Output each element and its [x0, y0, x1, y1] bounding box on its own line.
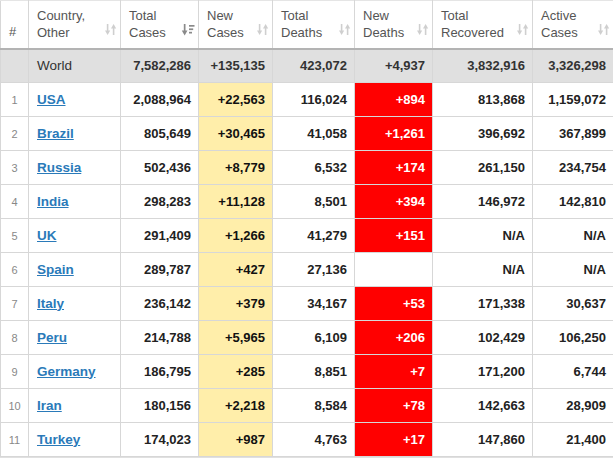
cell-total_deaths: 116,024	[273, 83, 355, 117]
cell-total_recovered: 146,972	[433, 185, 533, 219]
table-row: 11Turkey174,023+9874,763+17147,86021,400	[1, 423, 613, 457]
column-header-label: Total Cases	[129, 8, 166, 40]
cell-total_cases: 298,283	[121, 185, 199, 219]
column-header-label: Total Recovered	[441, 8, 504, 40]
column-header-total_recovered[interactable]: Total Recovered	[433, 1, 533, 49]
cell-new_cases: +1,266	[199, 219, 273, 253]
cell-total_deaths: 423,072	[273, 49, 355, 83]
cell-total_recovered: 261,150	[433, 151, 533, 185]
cell-new_deaths: +4,937	[355, 49, 433, 83]
cell-active_cases: 142,810	[533, 185, 613, 219]
sort-icon	[416, 23, 429, 40]
column-header-new_deaths[interactable]: New Deaths	[355, 1, 433, 49]
world-row: World7,582,286+135,135423,072+4,9373,832…	[1, 49, 613, 83]
cell-active_cases: 106,250	[533, 321, 613, 355]
column-header-label: Active Cases	[541, 8, 578, 40]
cell-total_recovered: 142,663	[433, 389, 533, 423]
cell-total_recovered: 171,338	[433, 287, 533, 321]
cell-total_deaths: 34,167	[273, 287, 355, 321]
column-header-total_deaths[interactable]: Total Deaths	[273, 1, 355, 49]
cell-total_cases: 502,436	[121, 151, 199, 185]
cell-active_cases: 1,159,072	[533, 83, 613, 117]
cell-active_cases: 234,754	[533, 151, 613, 185]
country-link[interactable]: India	[37, 194, 69, 209]
cell-country: World	[29, 49, 121, 83]
cell-country: Russia	[29, 151, 121, 185]
cell-rank: 10	[1, 389, 29, 423]
cell-rank: 2	[1, 117, 29, 151]
cell-country: India	[29, 185, 121, 219]
column-header-label: Total Deaths	[281, 8, 322, 40]
cell-new_deaths: +174	[355, 151, 433, 185]
country-link[interactable]: Italy	[37, 296, 64, 311]
column-header-active_cases[interactable]: Active Cases	[533, 1, 613, 49]
table-row: 1USA2,088,964+22,563116,024+894813,8681,…	[1, 83, 613, 117]
cell-rank: 6	[1, 253, 29, 287]
cell-rank: 9	[1, 355, 29, 389]
cell-new_cases: +2,218	[199, 389, 273, 423]
cell-active_cases: N/A	[533, 219, 613, 253]
cell-total_deaths: 41,058	[273, 117, 355, 151]
sort-icon	[256, 23, 269, 40]
country-link[interactable]: Turkey	[37, 432, 80, 447]
cell-new_cases: +135,135	[199, 49, 273, 83]
column-header-total_cases[interactable]: Total Cases	[121, 1, 199, 49]
cell-country: UK	[29, 219, 121, 253]
cell-rank: 1	[1, 83, 29, 117]
table-header: #Country, OtherTotal CasesNew CasesTotal…	[1, 1, 613, 49]
column-header-label: #	[9, 24, 16, 39]
cell-new_cases: +30,465	[199, 117, 273, 151]
cell-rank: 8	[1, 321, 29, 355]
country-link[interactable]: Spain	[37, 262, 74, 277]
cell-new_deaths: +151	[355, 219, 433, 253]
cell-rank	[1, 49, 29, 83]
cell-country: Spain	[29, 253, 121, 287]
sort-icon	[104, 23, 117, 40]
table-row: 6Spain289,787+42727,136N/AN/A	[1, 253, 613, 287]
cell-total_recovered: 147,860	[433, 423, 533, 457]
table-row: 7Italy236,142+37934,167+53171,33830,637	[1, 287, 613, 321]
sort-icon	[338, 23, 351, 40]
country-link[interactable]: Iran	[37, 398, 62, 413]
column-header-label: Country, Other	[37, 8, 85, 40]
cell-active_cases: 6,744	[533, 355, 613, 389]
country-link[interactable]: Germany	[37, 364, 96, 379]
cell-country: Italy	[29, 287, 121, 321]
cell-total_deaths: 8,584	[273, 389, 355, 423]
table-row: 10Iran180,156+2,2188,584+78142,66328,909	[1, 389, 613, 423]
country-link[interactable]: UK	[37, 228, 57, 243]
cell-total_deaths: 8,851	[273, 355, 355, 389]
table-row: 8Peru214,788+5,9656,109+206102,429106,25…	[1, 321, 613, 355]
cell-active_cases: 367,899	[533, 117, 613, 151]
country-link[interactable]: Peru	[37, 330, 67, 345]
cell-total_recovered: N/A	[433, 253, 533, 287]
cell-new_deaths: +394	[355, 185, 433, 219]
sort-icon	[597, 23, 610, 40]
cell-total_recovered: 396,692	[433, 117, 533, 151]
cell-total_deaths: 41,279	[273, 219, 355, 253]
cell-total_cases: 289,787	[121, 253, 199, 287]
table-body: World7,582,286+135,135423,072+4,9373,832…	[1, 49, 613, 457]
country-link[interactable]: USA	[37, 92, 66, 107]
cell-country: Peru	[29, 321, 121, 355]
country-link[interactable]: Brazil	[37, 126, 74, 141]
cell-new_cases: +285	[199, 355, 273, 389]
cell-total_cases: 174,023	[121, 423, 199, 457]
cell-active_cases: 21,400	[533, 423, 613, 457]
cell-total_cases: 7,582,286	[121, 49, 199, 83]
column-header-label: New Deaths	[363, 8, 404, 40]
column-header-country[interactable]: Country, Other	[29, 1, 121, 49]
cell-new_deaths: +53	[355, 287, 433, 321]
cell-total_deaths: 4,763	[273, 423, 355, 457]
cell-total_deaths: 27,136	[273, 253, 355, 287]
sort-icon	[516, 23, 529, 40]
column-header-new_cases[interactable]: New Cases	[199, 1, 273, 49]
cell-new_cases: +987	[199, 423, 273, 457]
cell-country: Iran	[29, 389, 121, 423]
cell-new_cases: +427	[199, 253, 273, 287]
country-link[interactable]: Russia	[37, 160, 81, 175]
table-row: 4India298,283+11,1288,501+394146,972142,…	[1, 185, 613, 219]
cell-total_recovered: 171,200	[433, 355, 533, 389]
cell-total_cases: 805,649	[121, 117, 199, 151]
cell-rank: 5	[1, 219, 29, 253]
